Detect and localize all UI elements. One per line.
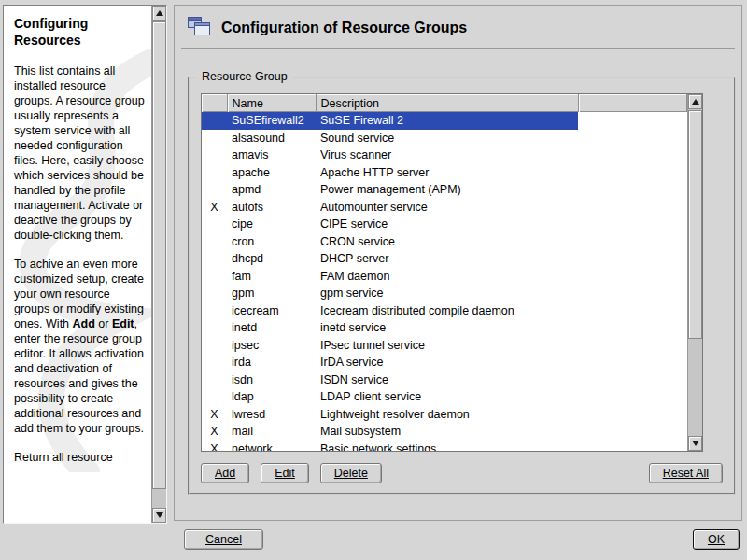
resource-table-viewport[interactable]: Name Description SuSEfirewall2SuSE Firew… bbox=[202, 94, 687, 451]
resource-groups-icon bbox=[187, 15, 211, 41]
column-header-spacer bbox=[578, 94, 687, 112]
cancel-button[interactable]: Cancel bbox=[184, 529, 263, 550]
resource-table: Name Description SuSEfirewall2SuSE Firew… bbox=[201, 93, 703, 452]
edit-button[interactable]: Edit bbox=[261, 463, 309, 483]
table-scrollbar-thumb[interactable] bbox=[688, 110, 702, 339]
resource-row[interactable]: apacheApache HTTP server bbox=[202, 164, 687, 182]
column-header-description[interactable]: Description bbox=[316, 94, 578, 112]
scpm-resource-groups-dialog: Configuring Resources This list contains… bbox=[0, 0, 747, 560]
groupbox-legend: Resource Group bbox=[197, 70, 292, 83]
resource-row[interactable]: XlwresdLightweight resolver daemon bbox=[202, 406, 687, 424]
resource-row[interactable]: gpmgpm service bbox=[202, 285, 687, 302]
help-scrollbar-thumb[interactable] bbox=[152, 21, 166, 489]
table-scrollbar-track[interactable] bbox=[688, 109, 702, 436]
resource-row[interactable]: alsasoundSound service bbox=[202, 130, 687, 147]
title-separator bbox=[181, 48, 735, 49]
resource-row[interactable]: amavisVirus scanner bbox=[202, 147, 687, 164]
resource-row[interactable]: ipsecIPsec tunnel service bbox=[202, 337, 687, 355]
resource-row[interactable]: XmailMail subsystem bbox=[202, 423, 687, 441]
table-header-row: Name Description bbox=[202, 94, 687, 112]
table-scrollbar[interactable] bbox=[687, 94, 702, 451]
scroll-down-icon[interactable] bbox=[688, 436, 702, 451]
reset-all-button[interactable]: Reset All bbox=[649, 463, 723, 483]
help-scrollbar[interactable] bbox=[151, 6, 166, 523]
ok-button[interactable]: OK bbox=[693, 529, 740, 550]
resource-row[interactable]: isdnISDN service bbox=[202, 371, 687, 389]
help-paragraph: Return all resource bbox=[14, 450, 145, 465]
resource-row[interactable]: famFAM daemon bbox=[202, 268, 687, 286]
table-actions: Add Edit Delete Reset All bbox=[201, 463, 723, 483]
scroll-up-icon[interactable] bbox=[688, 94, 702, 109]
page-title: Configuration of Resource Groups bbox=[221, 20, 467, 36]
help-title: Configuring Resources bbox=[14, 15, 126, 49]
help-paragraph: To achive an even more customized setup,… bbox=[14, 257, 145, 436]
scroll-down-icon[interactable] bbox=[152, 508, 166, 523]
resource-row[interactable]: ldapLDAP client service bbox=[202, 388, 687, 406]
delete-button[interactable]: Delete bbox=[320, 463, 382, 483]
resource-row[interactable]: inetdinetd service bbox=[202, 319, 687, 337]
resource-group-box: Resource Group Name Description bbox=[188, 77, 736, 495]
help-scrollbar-track[interactable] bbox=[152, 21, 166, 508]
help-content: Configuring Resources This list contains… bbox=[4, 6, 150, 523]
main-panel: Configuration of Resource Groups Resourc… bbox=[174, 5, 742, 521]
help-text: This list contains all installed resourc… bbox=[14, 63, 145, 465]
resource-row[interactable]: cipeCIPE service bbox=[202, 216, 687, 233]
title-row: Configuration of Resource Groups bbox=[187, 14, 467, 42]
resource-row[interactable]: cronCRON service bbox=[202, 233, 687, 251]
help-paragraph: This list contains all installed resourc… bbox=[14, 63, 145, 243]
resource-row[interactable]: SuSEfirewall2SuSE Firewall 2 bbox=[202, 112, 687, 130]
add-button[interactable]: Add bbox=[201, 463, 249, 483]
dialog-buttons: Cancel OK bbox=[184, 529, 740, 550]
column-header-active[interactable] bbox=[202, 94, 227, 112]
resource-row[interactable]: XautofsAutomounter service bbox=[202, 199, 687, 217]
resource-row[interactable]: dhcpdDHCP server bbox=[202, 250, 687, 268]
resource-row[interactable]: XnetworkBasic network settings bbox=[202, 441, 687, 452]
resource-row[interactable]: icecreamIcecream distributed compile dae… bbox=[202, 302, 687, 320]
help-panel: Configuring Resources This list contains… bbox=[3, 5, 167, 524]
column-header-name[interactable]: Name bbox=[227, 94, 316, 112]
resource-row[interactable]: irdaIrDA service bbox=[202, 354, 687, 371]
scroll-up-icon[interactable] bbox=[152, 6, 166, 21]
resource-row[interactable]: apmdPower management (APM) bbox=[202, 181, 687, 199]
